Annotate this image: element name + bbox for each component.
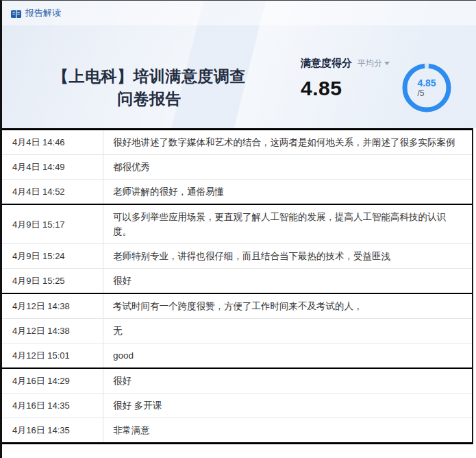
row-comment: 很好 bbox=[103, 269, 472, 293]
score-gauge: 4.85 /5 bbox=[400, 61, 453, 114]
comments-table: 4月4日 14:46 很好地讲述了数字媒体和艺术的结合，这两者是如何地关系，并阐… bbox=[2, 128, 473, 444]
row-time: 4月16日 14:35 bbox=[2, 394, 103, 418]
row-time: 4月12日 14:38 bbox=[2, 294, 103, 318]
table-row: 4月12日 15:01 good bbox=[2, 343, 472, 367]
row-comment: good bbox=[103, 344, 472, 367]
table-row: 4月4日 14:52 老师讲解的很好，通俗易懂 bbox=[2, 179, 472, 204]
row-comment: 老师特别专业，讲得也很仔细，而且结合当下最热的技术，受益匪浅 bbox=[103, 244, 472, 268]
row-comment: 非常满意 bbox=[103, 418, 472, 442]
row-time: 4月12日 14:38 bbox=[2, 319, 103, 343]
table-row: 4月4日 14:49 都很优秀 bbox=[2, 154, 472, 179]
page-title-line1: 【上电科】培训满意度调查 bbox=[2, 65, 297, 88]
table-row: 4月9日 15:24 老师特别专业，讲得也很仔细，而且结合当下最热的技术，受益匪… bbox=[2, 243, 472, 268]
table-row: 4月4日 14:46 很好地讲述了数字媒体和艺术的结合，这两者是如何地关系，并阐… bbox=[2, 130, 472, 154]
row-comment: 考试时间有一个跨度很赞，方便了工作时间来不及考试的人， bbox=[103, 294, 472, 318]
comment-group-apr16: 4月16日 14:29 很好 4月16日 14:35 很好 多开课 4月16日 … bbox=[2, 367, 472, 442]
satisfaction-score-panel: 满意度得分 平均分 4.85 4.85 bbox=[301, 57, 453, 114]
page-title-line2: 问卷报告 bbox=[2, 88, 297, 110]
table-row: 4月12日 14:38 无 bbox=[2, 318, 472, 343]
gauge-text: 4.85 /5 bbox=[400, 61, 453, 114]
row-time: 4月9日 15:25 bbox=[2, 269, 103, 293]
row-time: 4月4日 14:49 bbox=[2, 155, 103, 179]
row-comment: 很好地讲述了数字媒体和艺术的结合，这两者是如何地关系，并阐述了很多实际案例 bbox=[103, 130, 472, 154]
row-comment: 老师讲解的很好，通俗易懂 bbox=[103, 180, 472, 204]
report-page: 报告解读 【上电科】培训满意度调查 问卷报告 满意度得分 平均分 4.8 bbox=[0, 0, 476, 458]
nav-label: 报告解读 bbox=[25, 7, 61, 19]
row-time: 4月9日 15:17 bbox=[2, 205, 103, 243]
row-comment: 可以多列举些应用场景，更直观了解人工智能的发展，提高人工智能高科技的认识度。 bbox=[103, 205, 472, 243]
comment-group-apr4: 4月4日 14:46 很好地讲述了数字媒体和艺术的结合，这两者是如何地关系，并阐… bbox=[2, 130, 472, 204]
table-row: 4月16日 14:29 很好 bbox=[2, 369, 472, 393]
table-row: 4月9日 15:25 很好 bbox=[2, 268, 472, 293]
table-row: 4月16日 14:35 很好 多开课 bbox=[2, 393, 472, 418]
page-title: 【上电科】培训满意度调查 问卷报告 bbox=[2, 65, 297, 114]
score-value: 4.85 bbox=[301, 77, 379, 100]
score-mode-dropdown[interactable]: 平均分 bbox=[358, 58, 390, 69]
gauge-value: 4.85 bbox=[417, 77, 436, 88]
score-label: 满意度得分 bbox=[301, 57, 352, 70]
report-header: 报告解读 【上电科】培训满意度调查 问卷报告 满意度得分 平均分 4.8 bbox=[2, 1, 476, 128]
row-comment: 无 bbox=[103, 319, 472, 343]
row-time: 4月4日 14:52 bbox=[2, 180, 103, 204]
topbar: 报告解读 bbox=[2, 1, 476, 25]
caret-down-icon bbox=[384, 62, 390, 65]
nav-report-interpretation[interactable]: 报告解读 bbox=[11, 7, 61, 19]
row-comment: 很好 多开课 bbox=[103, 394, 472, 418]
row-time: 4月16日 14:35 bbox=[2, 418, 103, 442]
table-row: 4月16日 14:35 非常满意 bbox=[2, 418, 472, 442]
score-text-block: 满意度得分 平均分 4.85 bbox=[301, 57, 379, 114]
book-icon bbox=[11, 9, 21, 18]
row-time: 4月9日 15:24 bbox=[2, 244, 103, 268]
row-comment: 很好 bbox=[103, 369, 472, 393]
header-body: 【上电科】培训满意度调查 问卷报告 满意度得分 平均分 4.85 bbox=[2, 25, 476, 114]
row-time: 4月4日 14:46 bbox=[2, 130, 103, 154]
row-time: 4月12日 15:01 bbox=[2, 344, 103, 367]
row-comment: 都很优秀 bbox=[103, 155, 472, 179]
gauge-max: /5 bbox=[417, 88, 424, 99]
score-mode-label: 平均分 bbox=[358, 58, 382, 69]
table-row: 4月12日 14:38 考试时间有一个跨度很赞，方便了工作时间来不及考试的人， bbox=[2, 294, 472, 318]
comment-group-apr9: 4月9日 15:17 可以多列举些应用场景，更直观了解人工智能的发展，提高人工智… bbox=[2, 204, 472, 293]
table-row: 4月9日 15:17 可以多列举些应用场景，更直观了解人工智能的发展，提高人工智… bbox=[2, 205, 472, 243]
row-time: 4月16日 14:29 bbox=[2, 369, 103, 393]
comment-group-apr12: 4月12日 14:38 考试时间有一个跨度很赞，方便了工作时间来不及考试的人， … bbox=[2, 293, 472, 367]
